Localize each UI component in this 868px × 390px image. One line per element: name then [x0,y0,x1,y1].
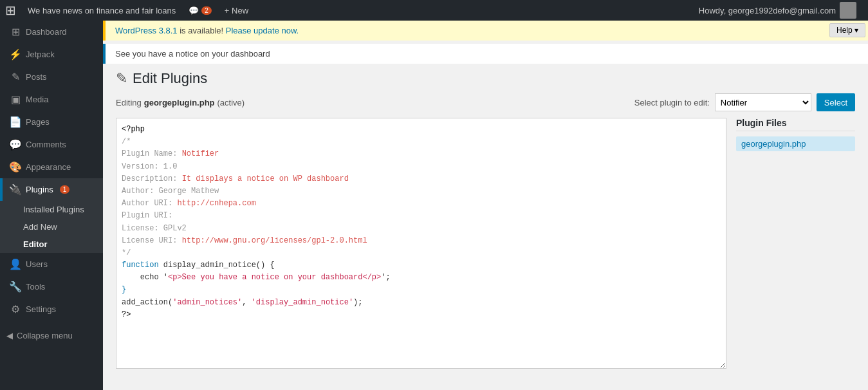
sidebar-item-users[interactable]: 👤 Users [0,253,103,275]
main-content: Help ▾ WordPress 3.8.1 is available! Ple… [103,21,868,390]
sidebar-item-media[interactable]: ▣ Media [0,88,103,111]
sidebar-item-jetpack[interactable]: ⚡ Jetpack [0,43,103,66]
collapse-menu[interactable]: ◀ Collapse menu [0,326,103,346]
sidebar-item-comments[interactable]: 💬 Comments [0,133,103,156]
admin-bar: ⊞ We have news on finance and fair loans… [0,0,868,21]
update-now-link[interactable]: Please update now. [226,26,299,35]
sidebar-item-tools[interactable]: 🔧 Tools [0,275,103,298]
dashboard-icon: ⊞ [9,26,22,38]
plugin-file-item[interactable]: georgeplugin.php [736,136,855,151]
adminbar-right: Howdy, george1992defo@gmail.com [692,2,863,19]
sidebar-item-dashboard[interactable]: ⊞ Dashboard [0,21,103,43]
sidebar: ⊞ Dashboard ⚡ Jetpack ✎ Posts ▣ Media 📄 … [0,21,103,390]
sidebar-item-plugins[interactable]: 🔌 Plugins 1 [0,178,103,201]
sidebar-item-settings[interactable]: ⚙ Settings [0,298,103,320]
appearance-icon: 🎨 [9,161,22,173]
select-plugin-label: Select plugin to edit: [634,98,710,107]
plugin-select[interactable]: Notifier [715,93,811,111]
sidebar-item-label: Tools [26,282,45,292]
sidebar-item-label: Posts [26,72,47,82]
sidebar-sub-editor[interactable]: Editor [0,236,103,253]
sidebar-item-label: Dashboard [26,27,67,37]
sidebar-item-label: Plugins [26,185,53,194]
sidebar-item-label: Jetpack [26,50,55,59]
avatar [840,2,856,19]
settings-icon: ⚙ [9,303,22,315]
user-info[interactable]: Howdy, george1992defo@gmail.com [692,2,863,19]
dashboard-notice: See you have a notice on your dashboard [103,44,868,64]
adminbar-news[interactable]: We have news on finance and fair loans [21,0,182,21]
content-area: ✎ Edit Plugins Editing georgeplugin.php … [103,64,868,375]
tools-icon: 🔧 [9,281,22,293]
sidebar-sub-add-new[interactable]: Add New [0,218,103,236]
sidebar-item-label: Media [26,95,48,104]
sidebar-item-label: Comments [26,140,66,149]
edit-plugins-icon: ✎ [116,70,127,87]
user-greeting: Howdy, george1992defo@gmail.com [699,6,836,15]
sidebar-item-label: Appearance [26,162,71,172]
code-editor[interactable]: <?php /* Plugin Name: Notifier Version: … [116,118,726,369]
pages-icon: 📄 [9,116,22,128]
plugins-icon: 🔌 [9,183,22,196]
select-plugin-button[interactable]: Select [817,93,855,111]
editor-container: <?php /* Plugin Name: Notifier Version: … [116,118,855,369]
sidebar-item-label: Pages [26,117,50,127]
editing-filename: georgeplugin.php [144,98,215,107]
comments-count-badge: 2 [201,6,212,15]
jetpack-icon: ⚡ [9,48,22,60]
editing-line: Editing georgeplugin.php (active) Select… [116,93,855,111]
adminbar-comments[interactable]: 💬 2 [182,0,218,21]
plugin-files-title: Plugin Files [736,118,855,131]
adminbar-news-text: We have news on finance and fair loans [28,6,176,15]
plugin-files-panel: Plugin Files georgeplugin.php [736,118,855,369]
sidebar-item-posts[interactable]: ✎ Posts [0,66,103,88]
page-title: Edit Plugins [133,70,207,87]
sidebar-item-pages[interactable]: 📄 Pages [0,111,103,133]
collapse-menu-label: Collapse menu [17,331,73,340]
collapse-arrow-icon: ◀ [6,331,13,340]
notices-area: Help ▾ WordPress 3.8.1 is available! Ple… [103,21,868,41]
select-plugin-area: Select plugin to edit: Notifier Select [634,93,855,111]
users-icon: 👤 [9,258,22,270]
adminbar-new[interactable]: + New [218,0,255,21]
plugins-submenu: Installed Plugins Add New Editor [0,201,103,253]
sidebar-item-label: Users [26,259,48,269]
update-notice: WordPress 3.8.1 is available! Please upd… [103,21,868,41]
page-title-area: ✎ Edit Plugins [116,70,855,87]
sidebar-sub-installed-plugins[interactable]: Installed Plugins [0,201,103,218]
layout: ⊞ Dashboard ⚡ Jetpack ✎ Posts ▣ Media 📄 … [0,21,868,390]
help-button[interactable]: Help ▾ [829,23,865,37]
editing-status: (active) [217,98,245,107]
comments-icon: 💬 [9,138,22,151]
sidebar-item-appearance[interactable]: 🎨 Appearance [0,156,103,178]
editing-label: Editing [116,98,142,107]
posts-icon: ✎ [9,71,22,83]
media-icon: ▣ [9,93,22,106]
plugins-badge: 1 [60,185,70,194]
sidebar-item-label: Settings [26,304,56,314]
wordpress-version-link[interactable]: WordPress 3.8.1 [115,26,178,35]
wp-logo[interactable]: ⊞ [5,3,16,18]
editing-left: Editing georgeplugin.php (active) [116,98,245,107]
